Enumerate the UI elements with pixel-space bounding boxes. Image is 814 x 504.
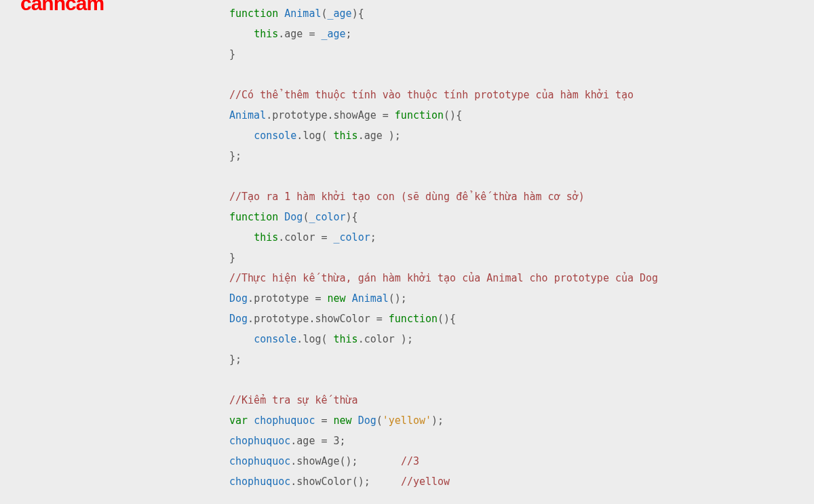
- watermark-logo: canhcam: [20, 0, 104, 15]
- keyword-function: function: [389, 313, 438, 325]
- comment-output: //3: [401, 455, 419, 467]
- comment-line: //Có thể thêm thuộc tính vào thuộc tính …: [229, 89, 634, 101]
- prop-age: age: [284, 28, 303, 40]
- prop-prototype: prototype: [254, 313, 309, 325]
- string-yellow: 'yellow': [383, 414, 431, 427]
- prop-log: log: [303, 333, 321, 345]
- prop-showage: showAge: [334, 109, 376, 121]
- identifier-chophuquoc: chophuquoc: [229, 455, 290, 467]
- comment-line: //Tạo ra 1 hàm khởi tạo con (sẽ dùng để …: [229, 191, 585, 203]
- number-3: 3: [334, 435, 340, 447]
- keyword-var: var: [229, 414, 248, 427]
- prop-showcolor: showColor: [315, 313, 370, 325]
- prop-age: age: [296, 435, 315, 447]
- keyword-new: new: [328, 292, 346, 305]
- identifier-chophuquoc: chophuquoc: [254, 414, 315, 427]
- identifier-animal: Animal: [229, 109, 266, 121]
- param-color: _color: [334, 231, 370, 244]
- identifier-chophuquoc: chophuquoc: [229, 435, 290, 447]
- param-color: _color: [309, 211, 345, 223]
- identifier-animal: Animal: [352, 292, 389, 305]
- keyword-this: this: [254, 231, 278, 244]
- identifier-dog: Dog: [284, 211, 303, 223]
- prop-color: color: [364, 333, 395, 345]
- param-age: _age: [321, 28, 345, 40]
- identifier-dog: Dog: [229, 292, 248, 305]
- identifier-console: console: [254, 333, 296, 345]
- keyword-this: this: [334, 333, 358, 345]
- identifier-dog: Dog: [229, 313, 248, 325]
- prop-age: age: [364, 130, 383, 142]
- keyword-this: this: [254, 28, 278, 40]
- comment-line: //Thực hiện kế thừa, gán hàm khởi tạo củ…: [229, 272, 658, 284]
- keyword-function: function: [229, 7, 278, 20]
- prop-showage: showAge: [296, 455, 339, 467]
- prop-prototype: prototype: [272, 109, 327, 121]
- identifier-dog: Dog: [358, 414, 376, 427]
- comment-output: //yellow: [401, 476, 450, 488]
- prop-showcolor: showColor: [296, 476, 351, 488]
- keyword-this: this: [334, 130, 358, 142]
- keyword-function: function: [395, 109, 444, 121]
- prop-prototype: prototype: [254, 292, 309, 305]
- code-snippet: function Animal(_age){ this.age = _age; …: [229, 3, 658, 492]
- identifier-animal: Animal: [284, 7, 321, 20]
- prop-color: color: [284, 231, 315, 244]
- keyword-new: new: [334, 414, 352, 427]
- param-age: _age: [328, 7, 352, 20]
- prop-log: log: [303, 130, 321, 142]
- keyword-function: function: [229, 211, 278, 223]
- identifier-chophuquoc: chophuquoc: [229, 476, 290, 488]
- identifier-console: console: [254, 130, 296, 142]
- comment-line: //Kiểm tra sự kế thừa: [229, 394, 358, 406]
